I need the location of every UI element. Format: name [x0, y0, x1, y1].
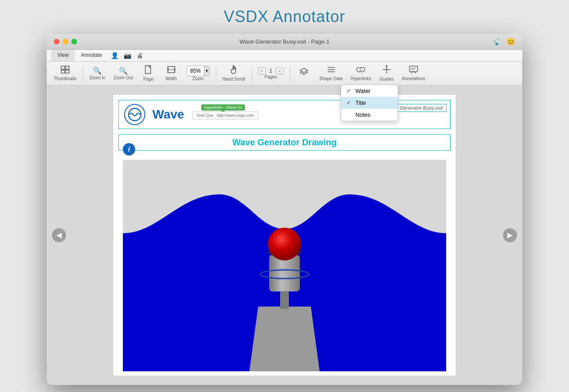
info-icon: i	[123, 143, 135, 155]
layer-water-item[interactable]: ✓ Water	[341, 85, 398, 97]
svg-rect-13	[410, 66, 418, 72]
hand-scroll-button[interactable]: Hand Scroll	[219, 63, 249, 83]
zoom-out-label: Zoom Out	[113, 75, 133, 80]
hyperlinks-button[interactable]: Hyperlinks	[347, 64, 375, 83]
doc-title: Wave	[152, 107, 184, 122]
divider-2	[216, 65, 216, 81]
title-bar-right: 📡 😊	[492, 37, 515, 46]
info-icon-text: i	[128, 145, 130, 153]
svg-rect-22	[280, 291, 289, 308]
divider-4	[290, 65, 290, 81]
page-prev-button[interactable]: ◀	[52, 228, 66, 242]
thumbnails-label: Thumbnails	[54, 76, 77, 81]
tab-annotate[interactable]: Annotate	[75, 50, 108, 61]
document-canvas: Hyperlinks - Sheet-33 Visio Que http://w…	[113, 94, 456, 376]
doc-header: Wave Wave Generator Buoy.vsd	[118, 100, 451, 129]
pages-current: 1	[268, 68, 274, 74]
pages-label: Pages	[265, 74, 277, 79]
content-area: ◀ ▶ Hyperlinks - Sheet-33 Visio Que http…	[47, 85, 522, 385]
toolbar: View Annotate 👤 📷 🖨 Thumbnails	[47, 50, 522, 85]
layer-notes-item[interactable]: Notes	[341, 109, 398, 121]
camera-icon[interactable]: 📷	[121, 50, 134, 61]
layers-icon	[299, 68, 308, 78]
layers-button[interactable]	[293, 66, 315, 80]
zoom-in-label: Zoom In	[89, 75, 106, 80]
hyperlink-url-text: http://www.visgu.com	[217, 113, 254, 118]
shape-data-icon	[327, 66, 336, 76]
page-button[interactable]: Page	[137, 63, 159, 83]
zoom-in-button[interactable]: 🔍 Zoom In	[86, 65, 109, 82]
person-icon[interactable]: 👤	[108, 50, 121, 61]
guides-icon	[382, 65, 391, 76]
guides-label: Guides	[380, 77, 394, 81]
hyperlinks-icon	[356, 66, 365, 76]
hand-scroll-label: Hand Scroll	[222, 77, 245, 81]
zoom-in-icon: 🔍	[93, 67, 102, 75]
pages-prev-button[interactable]: ‹	[258, 67, 266, 74]
zoom-label: Zoom	[192, 76, 204, 81]
thumbnails-button[interactable]: Thumbnails	[50, 64, 80, 83]
pages-nav-arrows: ‹ 1 ›	[258, 67, 284, 74]
divider-1	[83, 65, 83, 81]
wave-drawing	[123, 160, 446, 371]
page-icon	[144, 65, 152, 76]
window-buttons	[54, 39, 77, 44]
broadcast-icon: 📡	[492, 37, 501, 46]
hand-scroll-icon	[229, 65, 238, 76]
zoom-dropdown-button[interactable]: ▾	[204, 66, 209, 76]
title-label: Title	[355, 100, 366, 106]
window-title: Wave Generator Buoy.vsd - Page-1	[240, 38, 329, 45]
doc-logo	[124, 104, 145, 125]
guides-button[interactable]: Guides	[376, 63, 398, 83]
annotations-icon	[409, 66, 418, 76]
thumbnails-icon	[61, 66, 70, 76]
zoom-input-group[interactable]: ▾	[187, 66, 210, 76]
toolbar-tabs: View Annotate 👤 📷 🖨	[47, 50, 522, 62]
close-button[interactable]	[54, 39, 59, 44]
shape-data-label: Shape Data	[319, 76, 343, 81]
hyperlinks-label: Hyperlinks	[351, 76, 371, 81]
page-label: Page	[143, 77, 153, 81]
hyperlink-tooltip: Hyperlinks - Sheet-33	[201, 104, 245, 111]
width-button[interactable]: Width	[160, 64, 182, 83]
width-icon	[167, 66, 176, 76]
layer-title-item[interactable]: ✓ Title	[341, 97, 398, 109]
svg-rect-3	[66, 70, 69, 73]
user-icon: 😊	[506, 37, 515, 46]
zoom-out-button[interactable]: 🔍 Zoom Out	[110, 65, 136, 82]
notes-label: Notes	[355, 111, 370, 118]
zoom-input-wrapper: ▾ Zoom	[183, 64, 213, 83]
tab-view[interactable]: View	[51, 50, 75, 61]
svg-rect-2	[66, 66, 69, 69]
minimize-button[interactable]	[63, 39, 68, 44]
svg-rect-0	[61, 66, 65, 69]
title-check: ✓	[347, 100, 353, 106]
divider-3	[251, 65, 252, 81]
app-title: VSDX Annotator	[224, 7, 345, 26]
hyperlink-detail: Visio Que http://www.visgu.com	[192, 111, 258, 119]
wave-svg	[123, 160, 446, 371]
annotations-label: Annotations	[402, 76, 425, 81]
mac-window: Wave Generator Buoy.vsd - Page-1 📡 😊 Vie…	[47, 34, 522, 385]
water-check: ✓	[347, 88, 353, 94]
svg-point-24	[268, 227, 301, 260]
hyperlink-detail-label: Visio Que	[196, 113, 214, 118]
water-label: Water	[355, 88, 370, 94]
shape-data-button[interactable]: Shape Data	[316, 64, 346, 83]
print-icon[interactable]: 🖨	[134, 50, 145, 61]
svg-marker-19	[249, 307, 320, 371]
maximize-button[interactable]	[71, 39, 77, 44]
pages-nav-button[interactable]: ‹ 1 › Pages	[255, 66, 288, 81]
svg-rect-1	[61, 70, 65, 73]
page-next-button[interactable]: ▶	[503, 228, 517, 242]
doc-main-title: Wave Generator Drawing	[232, 137, 336, 147]
annotations-button[interactable]: Annotations	[399, 64, 429, 83]
svg-point-16	[129, 108, 141, 121]
layer-dropdown[interactable]: ✓ Water ✓ Title Notes	[341, 85, 398, 121]
title-bar: Wave Generator Buoy.vsd - Page-1 📡 😊	[47, 34, 522, 50]
toolbar-items: Thumbnails 🔍 Zoom In 🔍 Zoom Out	[47, 62, 522, 85]
zoom-input[interactable]	[187, 68, 204, 74]
zoom-out-icon: 🔍	[119, 67, 128, 75]
width-label: Width	[166, 76, 177, 81]
pages-next-button[interactable]: ›	[276, 67, 284, 74]
